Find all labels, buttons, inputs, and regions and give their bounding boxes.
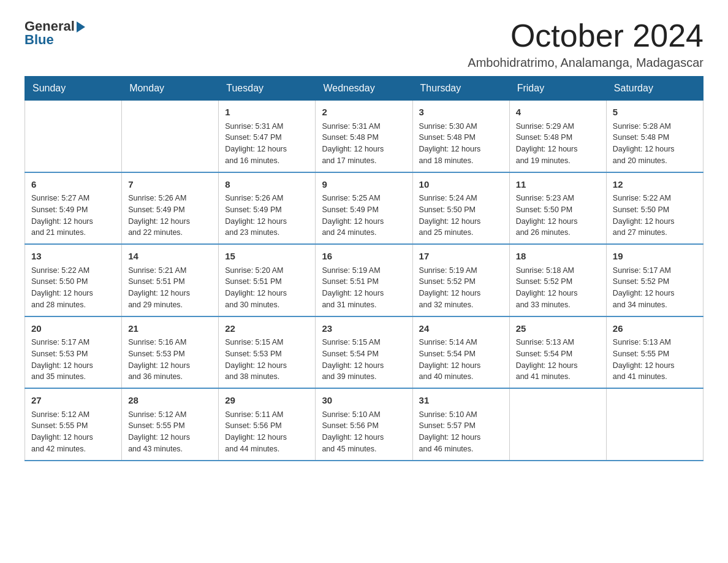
day-info-line: Daylight: 12 hours: [613, 360, 697, 372]
day-info-line: and 36 minutes.: [128, 371, 212, 383]
day-number: 2: [322, 105, 406, 120]
day-number: 4: [516, 105, 600, 120]
calendar-cell: 24Sunrise: 5:14 AMSunset: 5:54 PMDayligh…: [412, 316, 509, 389]
calendar-week-row: 27Sunrise: 5:12 AMSunset: 5:55 PMDayligh…: [25, 388, 703, 461]
day-info-line: Sunset: 5:50 PM: [419, 204, 503, 216]
day-info-line: Sunrise: 5:26 AM: [128, 193, 212, 204]
calendar-cell: 22Sunrise: 5:15 AMSunset: 5:53 PMDayligh…: [219, 316, 316, 389]
day-info-line: and 28 minutes.: [31, 299, 115, 311]
day-number: 28: [128, 394, 212, 408]
day-number: 30: [322, 394, 406, 408]
calendar-cell: 28Sunrise: 5:12 AMSunset: 5:55 PMDayligh…: [122, 388, 219, 461]
day-info-line: and 19 minutes.: [516, 155, 600, 167]
day-info-line: Sunrise: 5:22 AM: [31, 265, 115, 277]
day-info-line: Sunset: 5:51 PM: [322, 276, 406, 288]
month-title: October 2024: [468, 18, 703, 53]
day-info-line: Daylight: 12 hours: [322, 216, 406, 228]
day-info-line: Sunrise: 5:18 AM: [516, 265, 600, 277]
day-number: 17: [419, 250, 503, 264]
day-info-line: Sunrise: 5:12 AM: [31, 409, 115, 421]
calendar-cell: 30Sunrise: 5:10 AMSunset: 5:56 PMDayligh…: [316, 388, 412, 461]
location-title: Ambohidratrimo, Analamanga, Madagascar: [468, 56, 703, 70]
weekday-header-sunday: Sunday: [25, 77, 122, 101]
day-info-line: Daylight: 12 hours: [419, 432, 503, 443]
day-number: 31: [419, 394, 503, 408]
day-info-line: and 29 minutes.: [128, 299, 212, 311]
day-number: 9: [322, 178, 406, 192]
day-info-line: Sunset: 5:56 PM: [225, 420, 309, 432]
day-info-line: Daylight: 12 hours: [613, 288, 697, 299]
day-info-line: Sunset: 5:50 PM: [31, 276, 115, 288]
day-info-line: Daylight: 12 hours: [31, 288, 115, 299]
weekday-header-tuesday: Tuesday: [219, 77, 316, 101]
calendar-cell: [25, 101, 122, 172]
day-info-line: Sunrise: 5:17 AM: [31, 337, 115, 348]
day-number: 7: [128, 178, 212, 192]
calendar-cell: 4Sunrise: 5:29 AMSunset: 5:48 PMDaylight…: [509, 101, 606, 172]
day-info-line: Sunset: 5:49 PM: [322, 204, 406, 216]
calendar-week-row: 1Sunrise: 5:31 AMSunset: 5:47 PMDaylight…: [25, 101, 703, 172]
calendar-cell: 14Sunrise: 5:21 AMSunset: 5:51 PMDayligh…: [122, 244, 219, 316]
weekday-header-saturday: Saturday: [606, 77, 703, 101]
weekday-header-wednesday: Wednesday: [316, 77, 412, 101]
day-info-line: and 40 minutes.: [419, 371, 503, 383]
day-info-line: Sunrise: 5:10 AM: [322, 409, 406, 421]
day-info-line: and 16 minutes.: [225, 155, 309, 167]
day-info-line: Daylight: 12 hours: [225, 288, 309, 299]
calendar-cell: 17Sunrise: 5:19 AMSunset: 5:52 PMDayligh…: [412, 244, 509, 316]
calendar-week-row: 6Sunrise: 5:27 AMSunset: 5:49 PMDaylight…: [25, 172, 703, 245]
day-info-line: and 25 minutes.: [419, 227, 503, 239]
day-number: 21: [128, 322, 212, 336]
day-info-line: and 39 minutes.: [322, 371, 406, 383]
calendar-cell: 19Sunrise: 5:17 AMSunset: 5:52 PMDayligh…: [606, 244, 703, 316]
day-info-line: Sunset: 5:55 PM: [31, 420, 115, 432]
day-number: 14: [128, 250, 212, 264]
day-info-line: Sunrise: 5:13 AM: [516, 337, 600, 348]
weekday-header-friday: Friday: [509, 77, 606, 101]
day-info-line: Sunset: 5:56 PM: [322, 420, 406, 432]
day-info-line: and 33 minutes.: [516, 299, 600, 311]
day-info-line: Daylight: 12 hours: [516, 144, 600, 155]
calendar-cell: 15Sunrise: 5:20 AMSunset: 5:51 PMDayligh…: [219, 244, 316, 316]
day-number: 19: [613, 250, 697, 264]
day-info-line: and 23 minutes.: [225, 227, 309, 239]
day-info-line: Daylight: 12 hours: [225, 144, 309, 155]
day-number: 10: [419, 178, 503, 192]
page-header: General Blue October 2024 Ambohidratrimo…: [25, 18, 703, 70]
calendar-cell: 27Sunrise: 5:12 AMSunset: 5:55 PMDayligh…: [25, 388, 122, 461]
calendar-cell: 9Sunrise: 5:25 AMSunset: 5:49 PMDaylight…: [316, 172, 412, 245]
calendar-cell: [606, 388, 703, 461]
logo: General Blue: [25, 18, 85, 48]
calendar-cell: 5Sunrise: 5:28 AMSunset: 5:48 PMDaylight…: [606, 101, 703, 172]
day-info-line: Daylight: 12 hours: [31, 432, 115, 443]
day-info-line: Sunrise: 5:11 AM: [225, 409, 309, 421]
day-info-line: Daylight: 12 hours: [225, 216, 309, 228]
day-info-line: Sunrise: 5:30 AM: [419, 121, 503, 132]
calendar-cell: 18Sunrise: 5:18 AMSunset: 5:52 PMDayligh…: [509, 244, 606, 316]
day-number: 11: [516, 178, 600, 192]
day-info-line: Daylight: 12 hours: [419, 216, 503, 228]
day-info-line: Sunset: 5:48 PM: [613, 132, 697, 144]
day-number: 26: [613, 322, 697, 336]
day-info-line: Daylight: 12 hours: [31, 360, 115, 372]
day-info-line: Daylight: 12 hours: [613, 216, 697, 228]
calendar-cell: 16Sunrise: 5:19 AMSunset: 5:51 PMDayligh…: [316, 244, 412, 316]
day-info-line: Sunrise: 5:31 AM: [322, 121, 406, 132]
day-info-line: Daylight: 12 hours: [128, 360, 212, 372]
calendar-week-row: 13Sunrise: 5:22 AMSunset: 5:50 PMDayligh…: [25, 244, 703, 316]
day-info-line: and 24 minutes.: [322, 227, 406, 239]
calendar-cell: 6Sunrise: 5:27 AMSunset: 5:49 PMDaylight…: [25, 172, 122, 245]
day-info-line: Daylight: 12 hours: [516, 288, 600, 299]
day-info-line: Sunset: 5:47 PM: [225, 132, 309, 144]
day-info-line: Daylight: 12 hours: [128, 288, 212, 299]
day-number: 18: [516, 250, 600, 264]
calendar-table: SundayMondayTuesdayWednesdayThursdayFrid…: [25, 76, 703, 461]
day-info-line: Daylight: 12 hours: [128, 216, 212, 228]
day-info-line: Daylight: 12 hours: [516, 216, 600, 228]
calendar-cell: 21Sunrise: 5:16 AMSunset: 5:53 PMDayligh…: [122, 316, 219, 389]
day-info-line: Sunrise: 5:10 AM: [419, 409, 503, 421]
day-info-line: Daylight: 12 hours: [128, 432, 212, 443]
day-info-line: Sunset: 5:52 PM: [419, 276, 503, 288]
calendar-cell: 26Sunrise: 5:13 AMSunset: 5:55 PMDayligh…: [606, 316, 703, 389]
day-number: 1: [225, 105, 309, 120]
